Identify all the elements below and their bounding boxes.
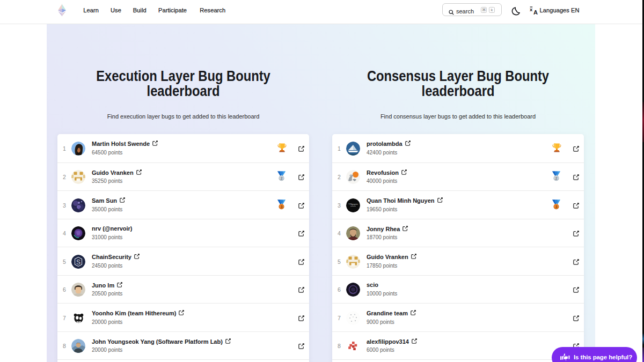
svg-text:3: 3 (555, 204, 557, 209)
svg-text:2: 2 (280, 176, 282, 181)
svg-text:2: 2 (555, 176, 557, 181)
svg-text:S: S (76, 258, 80, 265)
svg-text:A: A (533, 9, 538, 15)
svg-text:3: 3 (280, 204, 282, 209)
svg-text:T.Nguyen: T.Nguyen (348, 203, 358, 205)
